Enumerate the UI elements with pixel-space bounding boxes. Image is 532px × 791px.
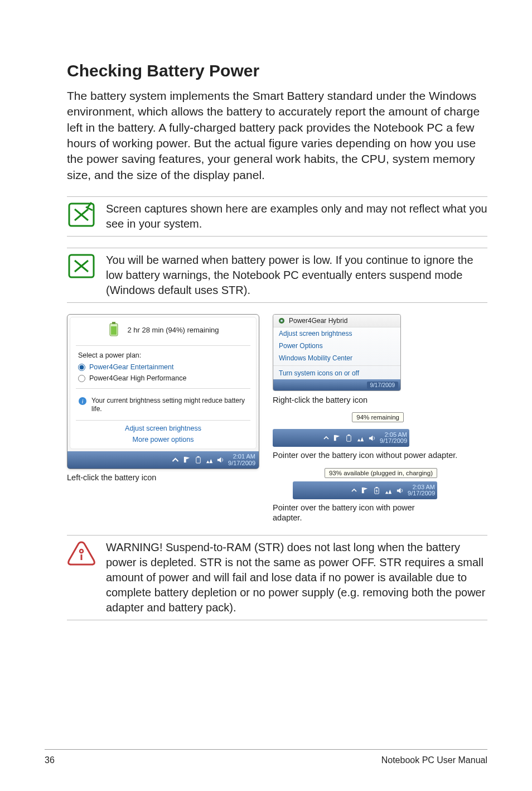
page-heading: Checking Battery Power <box>67 61 487 80</box>
svg-rect-14 <box>348 435 350 436</box>
plan-label: Power4Gear High Performance <box>89 374 186 382</box>
taskbar-clock[interactable]: 2:01 AM 9/17/2009 <box>228 454 255 466</box>
taskbar-clock[interactable]: 2:03 AM 9/17/2009 <box>408 484 435 497</box>
menu-item-system-icons[interactable]: Turn system icons on or off <box>273 367 400 379</box>
warning-block: WARNING! Suspend-to-RAM (STR) does not l… <box>67 535 487 620</box>
note-block-1: Screen captures shown here are examples … <box>67 196 487 237</box>
battery-flyout: 2 hr 28 min (94%) remaining Select a pow… <box>67 314 259 469</box>
flag-icon[interactable] <box>183 456 191 464</box>
battery-icon <box>107 322 120 337</box>
clock-date: 9/17/2009 <box>380 438 407 445</box>
caption-hover1: Pointer over the battery icon without po… <box>273 450 479 460</box>
clock-time: 2:01 AM <box>228 454 255 460</box>
plan-option-entertainment[interactable]: Power4Gear Entertainment <box>70 361 256 373</box>
context-menu: Power4Gear Hybrid Adjust screen brightne… <box>273 314 401 391</box>
svg-rect-12 <box>334 435 336 440</box>
chevron-up-icon[interactable] <box>323 435 330 441</box>
speaker-icon[interactable] <box>216 456 225 464</box>
page-number: 36 <box>45 755 55 765</box>
plan-label: Power4Gear Entertainment <box>89 363 173 371</box>
flag-icon[interactable] <box>333 434 341 442</box>
menu-title-row[interactable]: Power4Gear Hybrid <box>273 315 400 327</box>
plan-option-high-perf[interactable]: Power4Gear High Performance <box>70 373 256 384</box>
svg-rect-9 <box>197 456 200 457</box>
svg-rect-4 <box>111 326 117 335</box>
remaining-text: 2 hr 28 min (94%) remaining <box>127 326 219 334</box>
caption-hover2: Pointer over the battery icon with power… <box>273 503 418 523</box>
battery-charging-icon[interactable] <box>373 486 381 495</box>
link-adjust-brightness[interactable]: Adjust screen brightness <box>70 423 256 434</box>
clock-date: 9/17/2009 <box>408 490 435 497</box>
note-text-1: Screen captures shown here are examples … <box>106 201 487 231</box>
note-icon <box>67 253 96 279</box>
taskbar-fragment: 9/17/2009 <box>273 379 400 390</box>
hover-no-adapter: 94% remaining 2:05 AM 9/17/2009 <box>273 412 409 447</box>
chevron-up-icon[interactable] <box>171 456 180 464</box>
svg-rect-7 <box>184 457 186 462</box>
info-icon: i <box>78 397 87 406</box>
note-text-2: You will be warned when battery power is… <box>106 253 487 298</box>
battery-tray-icon[interactable] <box>194 456 202 464</box>
taskbar-clock[interactable]: 2:05 AM 9/17/2009 <box>380 432 407 445</box>
svg-rect-8 <box>196 457 201 463</box>
svg-rect-17 <box>376 487 378 488</box>
svg-rect-13 <box>347 435 351 441</box>
radio-unselected[interactable] <box>78 375 85 382</box>
menu-item-brightness[interactable]: Adjust screen brightness <box>273 327 400 340</box>
menu-item-mobility[interactable]: Windows Mobility Center <box>273 352 400 364</box>
gear-icon <box>278 317 286 325</box>
clock-date: 9/17/2009 <box>228 460 255 467</box>
book-title: Notebook PC User Manual <box>381 755 487 765</box>
battery-tray-icon[interactable] <box>345 434 353 442</box>
taskbar: 2:01 AM 9/17/2009 <box>67 451 259 469</box>
hover-with-adapter: 93% available (plugged in, charging) 2:0… <box>273 468 437 499</box>
svg-point-11 <box>280 320 283 322</box>
plan-title: Select a power plan: <box>70 348 256 361</box>
flag-icon[interactable] <box>361 486 369 495</box>
speaker-icon[interactable] <box>368 434 376 442</box>
svg-point-18 <box>80 549 83 553</box>
radio-selected[interactable] <box>78 364 85 371</box>
caption-right-click: Right-click the battery icon <box>273 396 479 404</box>
warning-icon <box>67 540 96 567</box>
network-icon[interactable] <box>384 486 393 495</box>
network-icon[interactable] <box>356 434 365 442</box>
page-footer: 36 Notebook PC User Manual <box>45 749 487 765</box>
tooltip-charging: 93% available (plugged in, charging) <box>325 468 437 478</box>
tooltip-remaining: 94% remaining <box>352 412 404 422</box>
svg-rect-15 <box>362 488 364 493</box>
link-more-power-options[interactable]: More power options <box>70 434 256 445</box>
caption-left: Left-click the battery icon <box>67 472 259 483</box>
note-block-2: You will be warned when battery power is… <box>67 248 487 303</box>
svg-text:i: i <box>81 398 83 404</box>
warning-text: WARNING! Suspend-to-RAM (STR) does not l… <box>106 540 487 615</box>
menu-item-power-options[interactable]: Power Options <box>273 340 400 352</box>
svg-rect-3 <box>112 322 115 324</box>
note-icon <box>67 201 96 228</box>
brightness-info: Your current brightness setting might re… <box>91 397 248 413</box>
speaker-icon[interactable] <box>396 486 404 495</box>
network-icon[interactable] <box>205 456 214 464</box>
intro-paragraph: The battery system implements the Smart … <box>67 88 487 183</box>
frag-date: 9/17/2009 <box>367 382 399 389</box>
menu-title: Power4Gear Hybrid <box>289 317 347 325</box>
chevron-up-icon[interactable] <box>351 487 357 494</box>
